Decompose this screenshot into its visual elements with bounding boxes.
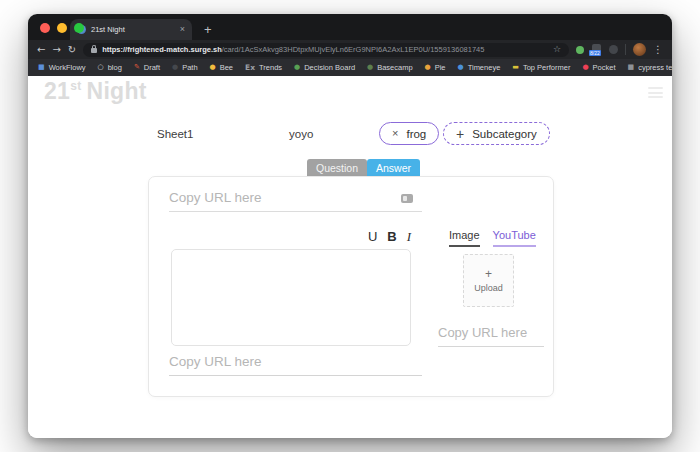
hamburger-menu-icon[interactable]: [648, 87, 663, 98]
url-path: /card/1AcSxAkvg83HDtpxMUjvElyLn6ErG9NPI6…: [222, 45, 485, 54]
bold-button[interactable]: B: [387, 229, 396, 245]
bookmark-item[interactable]: ●Path: [172, 63, 198, 72]
answer-card: U B I Image YouTube + Upload: [148, 176, 554, 397]
back-icon[interactable]: ←: [37, 45, 45, 55]
browser-window: 21st Night × + ← → ↻ https://frightened-…: [28, 14, 672, 438]
bookmark-item[interactable]: ●Basecamp: [367, 63, 413, 72]
bookmark-item[interactable]: ■WorkFlowy: [38, 63, 86, 72]
bookmarks-bar-items: ■WorkFlowy○blog✎Draft●Path●BeeExTrends●D…: [38, 63, 672, 72]
blog-icon: ○: [98, 64, 104, 71]
extension-badged-icon[interactable]: 8/22: [591, 44, 602, 56]
tab-answer[interactable]: Answer: [367, 159, 420, 176]
bookmark-item[interactable]: ●Bee: [210, 63, 233, 72]
path-icon: ●: [172, 64, 178, 71]
workflowy-icon: ■: [38, 64, 45, 71]
close-window-button[interactable]: [40, 23, 50, 33]
bookmark-item[interactable]: ●Pocket: [582, 63, 615, 72]
tab-title: 21st Night: [91, 25, 175, 34]
bookmark-item[interactable]: ▬Top Performer: [512, 63, 570, 72]
remove-tag-icon[interactable]: ×: [392, 128, 398, 139]
upload-label: Upload: [474, 283, 503, 293]
secure-lock-icon: [91, 48, 97, 53]
tag-chip-frog[interactable]: × frog: [379, 122, 439, 145]
folder-icon: ■: [628, 64, 635, 71]
bookmark-star-icon[interactable]: ☆: [553, 45, 561, 54]
underline-button[interactable]: U: [368, 229, 377, 245]
draft-pencil-icon: ✎: [134, 64, 140, 71]
browser-menu-icon[interactable]: ⋮: [653, 45, 663, 55]
profile-avatar[interactable]: [633, 43, 646, 56]
pocket-icon: ●: [582, 64, 588, 71]
bookmark-label: Pocket: [593, 63, 616, 72]
bookmark-item[interactable]: ExTrends: [245, 63, 282, 72]
url-host: https://frightened-match.surge.sh: [102, 45, 222, 54]
bookmark-label: Path: [182, 63, 197, 72]
answer-text-area[interactable]: [171, 249, 411, 346]
bookmark-label: Timeneye: [468, 63, 501, 72]
bookmark-item[interactable]: ●Decision Board: [294, 63, 355, 72]
plus-icon: +: [456, 127, 464, 141]
bookmark-label: Decision Board: [304, 63, 355, 72]
extension-badge-count: 8/22: [589, 50, 601, 56]
tab-close-icon[interactable]: ×: [180, 25, 185, 34]
bookmark-label: cypress testing: [638, 63, 672, 72]
top-performer-icon: ▬: [512, 64, 519, 71]
toolbar-divider: [625, 44, 626, 55]
minimize-window-button[interactable]: [57, 23, 67, 33]
bookmark-label: Basecamp: [377, 63, 412, 72]
bookmark-label: blog: [108, 63, 122, 72]
url-text: https://frightened-match.surge.sh/card/1…: [102, 45, 548, 54]
add-subcategory-label: Subcategory: [472, 128, 537, 140]
card-link-icon[interactable]: [401, 194, 413, 203]
timeneye-icon: ●: [458, 64, 464, 71]
extension-green-icon[interactable]: [576, 46, 584, 54]
deck-label: yoyo: [289, 128, 313, 140]
browser-tab[interactable]: 21st Night ×: [70, 19, 192, 40]
upload-dropzone[interactable]: + Upload: [463, 254, 514, 307]
forward-icon[interactable]: →: [52, 45, 60, 55]
extension-dark-icon[interactable]: [609, 45, 618, 54]
bookmark-label: Top Performer: [523, 63, 571, 72]
sheet-label: Sheet1: [157, 128, 193, 140]
pie-icon: ●: [425, 64, 431, 71]
reload-icon[interactable]: ↻: [68, 45, 76, 55]
bottom-url-input[interactable]: [169, 354, 422, 376]
bookmark-item[interactable]: ✎Draft: [134, 63, 160, 72]
page-title: 21stNight: [44, 78, 147, 105]
tab-youtube[interactable]: YouTube: [493, 229, 536, 247]
decision-board-icon: ●: [294, 64, 300, 71]
tab-strip: 21st Night × +: [28, 14, 672, 40]
brand-name: Night: [86, 78, 146, 104]
bookmark-label: WorkFlowy: [49, 63, 86, 72]
bookmark-item[interactable]: ○blog: [98, 63, 122, 72]
question-answer-tabs: Question Answer: [307, 159, 420, 176]
upload-plus-icon: +: [485, 268, 492, 280]
tab-image[interactable]: Image: [449, 229, 480, 247]
bookmark-label: Pie: [435, 63, 446, 72]
media-tabs: Image YouTube: [449, 229, 536, 247]
tag-label: frog: [406, 128, 426, 140]
bee-icon: ●: [210, 64, 216, 71]
format-toolbar: U B I: [171, 229, 411, 245]
window-controls: [40, 23, 84, 33]
trends-icon: Ex: [245, 64, 255, 72]
bookmark-label: Bee: [220, 63, 233, 72]
add-subcategory-button[interactable]: + Subcategory: [443, 122, 550, 145]
bookmark-item[interactable]: ●Timeneye: [458, 63, 501, 72]
bookmark-label: Trends: [259, 63, 282, 72]
bookmark-item[interactable]: ■cypress testing: [628, 63, 672, 72]
italic-button[interactable]: I: [407, 229, 411, 245]
media-url-input[interactable]: [438, 325, 544, 347]
zoom-window-button[interactable]: [74, 23, 84, 33]
new-tab-button[interactable]: +: [204, 23, 212, 36]
browser-toolbar: ← → ↻ https://frightened-match.surge.sh/…: [28, 40, 672, 59]
top-url-input[interactable]: [169, 190, 422, 212]
bookmark-item[interactable]: ●Pie: [425, 63, 446, 72]
address-bar[interactable]: https://frightened-match.surge.sh/card/1…: [83, 43, 569, 57]
brand-ordinal: st: [70, 79, 81, 93]
brand-number: 21: [44, 78, 70, 104]
basecamp-icon: ●: [367, 64, 373, 71]
tab-question[interactable]: Question: [307, 159, 367, 176]
bookmark-label: Draft: [144, 63, 160, 72]
page-content: 21stNight Sheet1 yoyo × frog + Subcatego…: [28, 76, 672, 438]
